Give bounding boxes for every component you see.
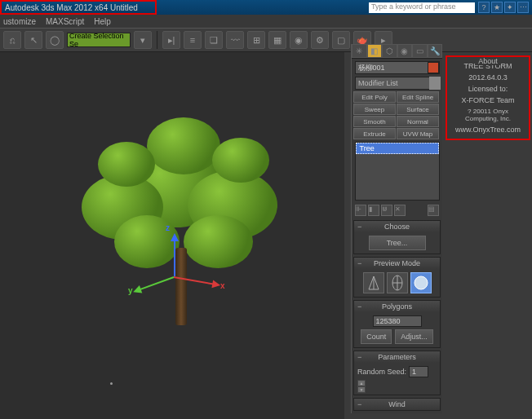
misc-icon[interactable]: ⋯	[517, 2, 529, 13]
tool-icon[interactable]: ✦	[504, 2, 516, 13]
preview-full-icon[interactable]	[410, 272, 432, 293]
make-unique-icon[interactable]: ⋓	[381, 205, 392, 216]
about-box: About TREE STORM 2012.64.0.3 Licensed to…	[446, 55, 530, 140]
schematic-icon[interactable]: ⊞	[247, 31, 265, 49]
count-button[interactable]: Count	[361, 329, 392, 344]
render-frame-icon[interactable]: ▢	[332, 31, 350, 49]
tab-hierarchy-icon[interactable]: ⬡	[382, 44, 397, 58]
selection-set-combo[interactable]: Create Selection Se	[67, 33, 131, 47]
about-header: About	[475, 57, 501, 65]
tree-trunk	[175, 248, 187, 325]
app-title: Autodesk 3ds Max 2012 x64 Untitled	[5, 3, 138, 12]
about-line-copyright: ? 20011 Onyx Computing, Inc.	[450, 106, 525, 124]
spin-down-icon[interactable]: ▼	[357, 386, 366, 393]
rollout-choose: Choose Tree...	[353, 220, 441, 254]
btn-extrude[interactable]: Extrude	[353, 128, 396, 139]
link-icon[interactable]: ⎌	[3, 31, 21, 49]
btn-normal[interactable]: Normal	[397, 116, 439, 127]
curve-editor-icon[interactable]: 〰	[226, 31, 244, 49]
modifier-dropdown-button[interactable]	[429, 77, 441, 90]
tab-modify-icon[interactable]: ◧	[367, 44, 383, 58]
modifier-buttons: Edit Poly Edit Spline Sweep Surface Smoo…	[352, 91, 442, 139]
btn-smooth[interactable]: Smooth	[353, 116, 396, 127]
rollout-header-parameters[interactable]: Parameters	[354, 351, 440, 363]
main-toolbar: ⎌ ↖ ◯ Create Selection Se ▾ ▸| ≡ ❏ 〰 ⊞ ▦…	[0, 28, 532, 52]
rollout-parameters: Parameters Random Seed: 1 ▲▼	[353, 351, 441, 395]
random-seed-field[interactable]: 1	[409, 366, 428, 377]
viewport-marker	[110, 382, 113, 385]
star-icon[interactable]: ★	[491, 2, 503, 13]
y-label: y	[128, 286, 133, 295]
rollout-header-polygons[interactable]: Polygons	[354, 301, 440, 312]
material-icon[interactable]: ◉	[290, 31, 308, 49]
object-color-swatch[interactable]	[428, 62, 439, 73]
polygon-count-field[interactable]: 125380	[373, 315, 422, 327]
layers-icon[interactable]: ❏	[205, 31, 223, 49]
pin-stack-icon[interactable]: ⊪	[355, 205, 366, 216]
about-line-team: X-FORCE Team	[450, 95, 525, 106]
align-icon[interactable]: ≡	[184, 31, 202, 49]
stack-toolbar: ⊪ ▮ ⋓ ✕ ▤	[352, 203, 442, 218]
menu-help[interactable]: Help	[94, 17, 111, 26]
z-axis[interactable]	[174, 236, 175, 276]
tab-display-icon[interactable]: ▭	[412, 44, 428, 58]
select-icon[interactable]: ↖	[24, 31, 42, 49]
adjust-button[interactable]: Adjust...	[395, 329, 433, 344]
command-tabs: ✳ ◧ ⬡ ◉ ▭ 🔧	[352, 44, 442, 59]
about-line-version: 2012.64.0.3	[450, 72, 525, 83]
rollout-wind: Wind	[353, 398, 441, 411]
preview-wire-icon[interactable]	[387, 272, 408, 293]
remove-mod-icon[interactable]: ✕	[394, 205, 406, 216]
menu-customize[interactable]: ustomize	[3, 17, 36, 26]
btn-edit-spline[interactable]: Edit Spline	[397, 91, 439, 103]
rollout-header-preview[interactable]: Preview Mode	[354, 258, 440, 269]
modifier-stack[interactable]: Tree	[355, 142, 440, 201]
tab-create-icon[interactable]: ✳	[352, 44, 367, 58]
stack-item-tree[interactable]: Tree	[356, 143, 439, 154]
random-seed-label: Random Seed:	[357, 368, 406, 376]
x-label: x	[220, 281, 225, 290]
about-line-url: www.OnyxTree.com	[450, 124, 525, 135]
menu-bar: ustomize MAXScript Help	[0, 15, 532, 28]
title-bar-right: Type a keyword or phrase ? ★ ✦ ⋯	[157, 0, 532, 15]
btn-uvw-map[interactable]: UVW Map	[397, 128, 439, 139]
search-input[interactable]: Type a keyword or phrase	[369, 2, 475, 13]
btn-sweep[interactable]: Sweep	[353, 104, 396, 115]
tab-motion-icon[interactable]: ◉	[397, 44, 413, 58]
configure-icon[interactable]: ▤	[428, 205, 439, 216]
spin-up-icon[interactable]: ▲	[357, 380, 366, 386]
tree-button[interactable]: Tree...	[369, 236, 426, 250]
seed-spinner[interactable]: ▲▼	[357, 380, 366, 391]
lasso-icon[interactable]: ◯	[46, 31, 64, 49]
rollout-header-wind[interactable]: Wind	[354, 399, 440, 410]
command-panel: ✳ ◧ ⬡ ◉ ▭ 🔧 杨柳001 Modifier List Edit Pol…	[351, 44, 442, 413]
svg-point-1	[415, 276, 428, 289]
about-line-licensed: Licensed to:	[450, 83, 525, 95]
z-label: z	[166, 223, 170, 232]
modifier-list-dropdown[interactable]: Modifier List	[355, 77, 433, 90]
tab-utilities-icon[interactable]: 🔧	[428, 44, 443, 58]
rollout-polygons: Polygons 125380 Count Adjust...	[353, 300, 441, 348]
render-setup-icon[interactable]: ⚙	[311, 31, 329, 49]
rollout-preview: Preview Mode	[353, 257, 441, 298]
mirror-icon[interactable]: ▸|	[162, 31, 180, 49]
menu-maxscript[interactable]: MAXScript	[46, 17, 84, 26]
preview-outline-icon[interactable]	[363, 272, 384, 293]
viewport[interactable]: x y z	[0, 52, 344, 419]
btn-edit-poly[interactable]: Edit Poly	[353, 91, 396, 103]
object-name-field[interactable]: 杨柳001	[355, 61, 440, 74]
title-bar-highlight: Autodesk 3ds Max 2012 x64 Untitled	[0, 0, 157, 15]
btn-surface[interactable]: Surface	[397, 104, 439, 115]
rollout-header-choose[interactable]: Choose	[354, 221, 440, 232]
help-icon[interactable]: ?	[478, 2, 490, 13]
y-axis[interactable]	[135, 276, 175, 292]
separator	[157, 31, 157, 49]
graph-icon[interactable]: ▦	[268, 31, 286, 49]
show-end-icon[interactable]: ▮	[368, 205, 379, 216]
dropdown-icon[interactable]: ▾	[134, 31, 152, 49]
